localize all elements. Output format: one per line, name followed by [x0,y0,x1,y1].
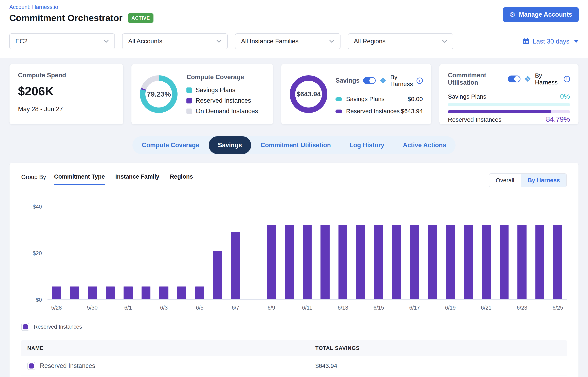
chart-bar-slot [406,207,424,299]
chart-bar-6/23[interactable] [517,225,526,299]
chart-bar-5/29[interactable] [70,286,79,299]
chart-bar-slot [549,207,567,299]
group-by-commitment-type[interactable]: Commitment Type [54,173,105,185]
chart-bar-6/3[interactable] [159,286,168,299]
utilisation-row-value: 0% [560,92,570,100]
chart-bar-6/7[interactable] [231,232,240,299]
chart-bar-slot [101,207,119,299]
x-tick-label: 6/21 [477,305,495,311]
info-icon[interactable]: i [564,76,570,82]
chart-bar-6/20[interactable] [464,225,473,299]
chart-bar-6/5[interactable] [195,286,204,299]
by-harness-label: By Harness [535,72,560,86]
chart-bar-6/21[interactable] [482,225,490,299]
checkbox-fill [23,324,28,330]
chart-bar-slot [119,207,137,299]
group-by-instance-family[interactable]: Instance Family [115,173,159,185]
tab-log-history[interactable]: Log History [340,136,393,154]
chart-bar-slot [531,207,549,299]
chart-bar-6/15[interactable] [374,225,383,299]
toggle-knob [514,76,520,82]
savings-title: Savings [335,77,359,84]
chart-bar-6/12[interactable] [321,225,329,299]
y-tick-label: $0 [36,297,42,303]
table-row[interactable]: Reserved Instances $643.94 [21,356,567,376]
row-checkbox[interactable] [27,362,35,370]
account-breadcrumb-link[interactable]: Account: Harness.io [9,4,58,10]
x-tick-label: 6/17 [406,305,424,311]
utilisation-row-label: Reserved Instances [448,116,501,123]
x-tick-label [209,305,227,311]
commitment-utilisation-card: Commitment Utilisation ❖ By Harness i Sa… [439,64,579,125]
chevron-down-icon [103,40,109,43]
view-toggle-by-harness[interactable]: By Harness [521,174,566,187]
page-header: Account: Harness.io Commitment Orchestra… [0,0,588,28]
chart-bar-6/2[interactable] [142,286,150,299]
view-toggle-overall[interactable]: Overall [489,174,521,187]
instance-families-select[interactable]: All Instance Families [235,33,341,49]
x-tick-label [423,305,441,311]
by-harness-toggle[interactable] [508,75,521,82]
tab-commitment-utilisation[interactable]: Commitment Utilisation [251,136,340,154]
regions-select[interactable]: All Regions [348,33,453,49]
harness-logo-icon: ❖ [379,77,387,85]
tab-savings[interactable]: Savings [209,136,251,154]
x-tick-label [495,305,513,311]
chart-bar-6/14[interactable] [356,225,365,299]
chart-bar-5/30[interactable] [88,286,97,299]
savings-row: Savings Plans $0.00 [335,95,422,102]
utilisation-row-value: 84.79% [546,115,570,123]
chart-bar-5/31[interactable] [106,286,115,299]
chart-bar-6/18[interactable] [428,225,437,299]
table-header-row: NAME TOTAL SAVINGS [21,340,567,356]
chart-bar-slot [334,207,352,299]
service-select[interactable]: EC2 [9,33,115,49]
savings-plans-progress-bar [448,103,570,106]
reserved-instances-swatch [335,109,342,113]
chart-bar-slot [209,207,227,299]
harness-logo-icon: ❖ [524,75,531,83]
x-tick-label [459,305,477,311]
filter-bar: EC2 All Accounts All Instance Families A… [0,28,588,58]
chart-bar-6/1[interactable] [123,286,133,299]
tab-compute-coverage[interactable]: Compute Coverage [133,136,209,154]
date-range-picker[interactable]: Last 30 days [523,38,579,45]
by-harness-toggle[interactable] [363,77,376,84]
chart-bar-6/10[interactable] [285,225,294,299]
chart-bar-6/25[interactable] [553,225,562,299]
savings-panel: Group By Commitment Type Instance Family… [9,163,579,377]
chart-bar-slot [298,207,316,299]
chart-bar-slot [423,207,441,299]
reserved-instances-checkbox[interactable] [21,323,29,331]
chevron-down-icon [329,40,334,43]
savings-row: Reserved Instances $643.94 [335,108,422,115]
savings-plans-swatch [187,87,192,93]
chart-bar-6/16[interactable] [392,225,401,299]
accounts-select[interactable]: All Accounts [122,33,228,49]
chart-bar-6/24[interactable] [535,225,544,299]
y-tick-label: $40 [33,204,42,210]
compute-spend-title: Compute Spend [18,72,115,79]
chart-bar-6/13[interactable] [338,225,347,299]
chart-bar-6/17[interactable] [410,225,419,299]
x-tick-label: 6/3 [155,305,173,311]
chart-bar-slot [83,207,101,299]
savings-bar-chart: $40 $20 $0 5/285/306/16/36/56/76/96/116/… [21,207,567,311]
chart-bar-6/9[interactable] [267,225,276,299]
x-tick-label: 5/28 [47,305,66,311]
compute-spend-period: May 28 - Jun 27 [18,106,115,113]
chart-bar-5/28[interactable] [52,286,61,299]
coverage-donut-value: 79.23% [140,75,178,113]
y-tick-label: $20 [33,250,42,257]
info-icon[interactable]: i [417,78,423,84]
chart-bar-6/6[interactable] [213,251,222,299]
chart-bar-6/19[interactable] [446,225,455,299]
manage-accounts-button[interactable]: ⚙ Manage Accounts [503,7,579,22]
chart-bar-6/11[interactable] [303,225,311,299]
chart-bar-6/22[interactable] [500,225,509,299]
utilisation-row-label: Savings Plans [448,93,486,100]
chart-bar-6/4[interactable] [177,286,186,299]
tab-active-actions[interactable]: Active Actions [394,136,455,154]
group-by-regions[interactable]: Regions [170,173,193,185]
chart-bar-slot [66,207,84,299]
